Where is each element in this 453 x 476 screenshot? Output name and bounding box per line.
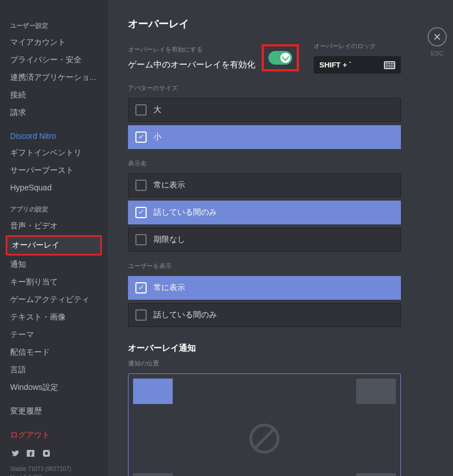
- enable-sublabel: オーバーレイを有効にする: [128, 45, 258, 54]
- option-label: 話している間のみ: [153, 310, 217, 320]
- checkbox-icon: [135, 180, 147, 191]
- sidebar-item[interactable]: 音声・ビデオ: [6, 218, 102, 235]
- avatar-size-option[interactable]: 大: [128, 98, 401, 122]
- lock-value: SHIFT + `: [319, 61, 352, 69]
- display-name-option[interactable]: 期限なし: [128, 228, 401, 252]
- sidebar-item[interactable]: サーバーブースト: [6, 162, 102, 179]
- sidebar-header-user: ユーザー設定: [6, 18, 102, 33]
- instagram-icon[interactable]: [42, 449, 51, 460]
- sidebar-item[interactable]: マイアカウント: [6, 34, 102, 51]
- option-label: 小: [153, 132, 161, 142]
- sidebar-item[interactable]: テキスト・画像: [6, 309, 102, 326]
- display-name-option[interactable]: 常に表示: [128, 173, 401, 197]
- esc-label: ESC: [431, 50, 444, 57]
- sidebar-item[interactable]: 接続: [6, 87, 102, 104]
- checkbox-icon: [135, 104, 147, 116]
- show-users-option[interactable]: 常に表示: [128, 276, 401, 300]
- sidebar-logout[interactable]: ログアウト: [6, 427, 102, 444]
- checkbox-icon: [135, 309, 147, 321]
- notification-position-picker: [128, 373, 401, 476]
- page-title: オーバーレイ: [128, 17, 401, 31]
- sidebar-item[interactable]: 連携済アプリケーショ...: [6, 69, 102, 86]
- show-users-option[interactable]: 話している間のみ: [128, 303, 401, 327]
- sidebar-item[interactable]: 配信モード: [6, 344, 102, 361]
- enable-label: ゲーム中のオーバーレイを有効化: [128, 60, 255, 70]
- sidebar-changelog[interactable]: 変更履歴: [6, 403, 102, 420]
- toggle-highlight: [262, 44, 299, 71]
- sidebar-item[interactable]: 請求: [6, 104, 102, 121]
- close-button[interactable]: [428, 27, 447, 46]
- display-name-option[interactable]: 話している間のみ: [128, 201, 401, 224]
- disabled-icon[interactable]: [247, 422, 281, 456]
- option-label: 常に表示: [153, 180, 185, 190]
- option-label: 大: [153, 105, 161, 115]
- sidebar-header-app: アプリの設定: [6, 202, 102, 217]
- sidebar-item[interactable]: ゲームアクティビティ: [6, 291, 102, 308]
- twitter-icon[interactable]: [10, 449, 19, 460]
- sidebar-item[interactable]: オーバーレイ: [6, 235, 102, 256]
- checkbox-icon: [135, 234, 147, 245]
- sidebar-nitro[interactable]: Discord Nitro: [6, 128, 102, 144]
- keyboard-icon: [384, 61, 395, 69]
- checkbox-icon: [135, 207, 147, 218]
- overlay-lock-keybind[interactable]: SHIFT + `: [314, 56, 401, 74]
- option-label: 話している間のみ: [153, 207, 217, 218]
- sidebar-item[interactable]: プライバシー・安全: [6, 52, 102, 69]
- version-line-2: Host 0.0.308: [6, 473, 102, 476]
- option-label: 期限なし: [153, 235, 185, 245]
- avatar-size-option[interactable]: 小: [128, 125, 401, 149]
- sidebar-item[interactable]: ギフトインベントリ: [6, 144, 102, 162]
- enable-overlay-toggle[interactable]: [268, 51, 292, 65]
- position-bottom-left[interactable]: [133, 473, 173, 476]
- close-icon: [433, 32, 442, 41]
- settings-content: オーバーレイ オーバーレイを有効にする ゲーム中のオーバーレイを有効化 オーバー…: [108, 0, 421, 476]
- show-users-label: ユーザーを表示: [128, 262, 401, 270]
- settings-sidebar: ユーザー設定 マイアカウントプライバシー・安全連携済アプリケーショ...接続請求…: [0, 0, 108, 476]
- sidebar-item[interactable]: Windows設定: [6, 379, 102, 396]
- lock-sublabel: オーバーレイのロック: [314, 42, 401, 50]
- position-top-right[interactable]: [356, 379, 396, 404]
- position-bottom-right[interactable]: [356, 473, 396, 476]
- sidebar-item[interactable]: HypeSquad: [6, 180, 102, 196]
- version-line-1: Stable 71073 (9827107): [6, 465, 102, 473]
- sidebar-item[interactable]: キー割り当て: [6, 274, 102, 291]
- check-icon: [280, 53, 290, 63]
- overlay-notif-title: オーバーレイ通知: [128, 343, 401, 354]
- avatar-size-label: アバターのサイズ: [128, 84, 401, 92]
- svg-line-1: [255, 429, 274, 448]
- position-top-left[interactable]: [133, 379, 173, 404]
- social-links: [6, 444, 102, 465]
- checkbox-icon: [135, 282, 147, 294]
- display-name-label: 表示名: [128, 159, 401, 168]
- option-label: 常に表示: [153, 283, 185, 293]
- notif-position-label: 通知の位置: [128, 359, 401, 368]
- sidebar-item[interactable]: 言語: [6, 362, 102, 379]
- checkbox-icon: [135, 131, 147, 143]
- facebook-icon[interactable]: [26, 449, 35, 460]
- sidebar-item[interactable]: 通知: [6, 256, 102, 273]
- sidebar-item[interactable]: テーマ: [6, 326, 102, 343]
